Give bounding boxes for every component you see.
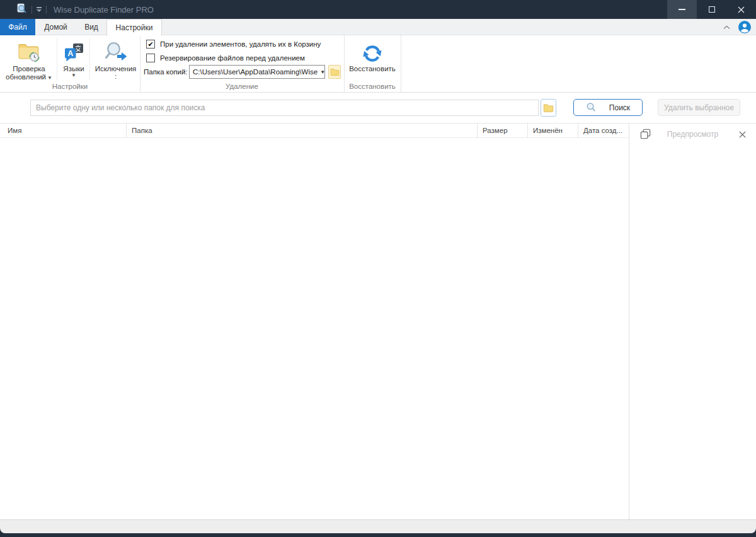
tab-home-label: Домой xyxy=(44,23,67,32)
table-body xyxy=(0,138,629,519)
window-title: Wise Duplicate Finder PRO xyxy=(54,5,154,14)
quick-access-dropdown[interactable] xyxy=(37,7,42,12)
search-row: Поиск Удалить выбранное xyxy=(0,93,756,123)
check-updates-label: Проверка обновлений▼ xyxy=(3,65,55,82)
maximize-button[interactable] xyxy=(697,0,726,19)
window-controls xyxy=(667,0,756,19)
titlebar-separator xyxy=(46,6,47,14)
group-label-restore: Восстановить xyxy=(344,83,401,90)
copies-folder-value: C:\Users\User\AppData\Roaming\Wise xyxy=(193,68,318,76)
backup-checkbox[interactable] xyxy=(146,54,155,62)
close-button[interactable] xyxy=(726,0,756,19)
maximize-icon xyxy=(709,6,715,13)
preview-panel: Предпросмотр xyxy=(629,124,756,520)
restore-button-label: Восстановить xyxy=(349,65,396,73)
column-header-modified[interactable]: Изменён xyxy=(527,124,578,137)
svg-text:A: A xyxy=(67,49,73,58)
user-icon xyxy=(738,21,751,33)
column-header-created[interactable]: Дата созд... xyxy=(578,124,629,137)
minimize-icon xyxy=(679,9,685,10)
update-check-icon xyxy=(18,38,41,63)
tab-settings[interactable]: Настройки xyxy=(106,19,162,36)
restore-button[interactable]: Восстановить xyxy=(345,38,399,73)
tab-settings-label: Настройки xyxy=(116,23,153,32)
tab-view-label: Вид xyxy=(84,23,98,32)
tab-file-label: Файл xyxy=(8,23,27,32)
main-area: Имя Папка Размер Изменён Дата созд... Пр… xyxy=(0,123,756,519)
check-icon: ✔ xyxy=(147,40,153,49)
restore-icon xyxy=(362,38,383,63)
table-header: Имя Папка Размер Изменён Дата созд... xyxy=(0,124,629,138)
folder-icon xyxy=(330,67,340,76)
tab-view[interactable]: Вид xyxy=(76,19,106,35)
browse-copies-folder-button[interactable] xyxy=(328,65,341,79)
account-button[interactable] xyxy=(738,21,751,33)
titlebar-left: Wise Duplicate Finder PRO xyxy=(0,3,154,16)
column-header-name[interactable]: Имя xyxy=(0,124,126,137)
chevron-up-icon xyxy=(723,25,730,30)
check-updates-button[interactable]: Проверка обновлений▼ xyxy=(3,38,55,82)
delete-selected-button[interactable]: Удалить выбранное xyxy=(658,99,740,116)
minimize-button[interactable] xyxy=(667,0,697,19)
copies-folder-combobox[interactable]: C:\Users\User\AppData\Roaming\Wise ▼ xyxy=(189,65,325,79)
column-header-folder[interactable]: Папка xyxy=(126,124,477,137)
titlebar-separator xyxy=(32,6,32,14)
ribbon-tab-row: Файл Домой Вид Настройки xyxy=(0,19,756,35)
copies-folder-row: Папка копий: C:\Users\User\AppData\Roami… xyxy=(144,65,341,79)
backup-checkbox-row[interactable]: Резервирование файлов перед удалением xyxy=(146,54,305,62)
exclusions-button[interactable]: Исключения : xyxy=(91,38,140,80)
folder-icon xyxy=(543,103,554,113)
close-icon xyxy=(737,6,745,14)
button-separator xyxy=(57,38,57,81)
quick-access-bar-icon xyxy=(37,7,42,8)
status-bar xyxy=(0,519,756,533)
dropdown-arrow-icon: ▼ xyxy=(71,73,76,78)
chevron-down-icon: ▼ xyxy=(318,69,325,75)
search-input[interactable] xyxy=(30,100,539,116)
exclusions-icon xyxy=(103,38,128,63)
button-separator xyxy=(89,38,90,81)
tab-home[interactable]: Домой xyxy=(35,19,76,35)
languages-icon: A xyxy=(64,38,84,63)
column-header-size[interactable]: Размер xyxy=(477,124,527,137)
titlebar: Wise Duplicate Finder PRO xyxy=(0,0,756,19)
tabrow-right xyxy=(712,19,756,35)
ribbon-collapse-button[interactable] xyxy=(721,21,732,33)
app-window: Wise Duplicate Finder PRO Файл Домой Вид… xyxy=(0,0,756,537)
tab-file[interactable]: Файл xyxy=(0,19,35,35)
preview-close-button[interactable] xyxy=(736,128,748,141)
languages-button[interactable]: A Языки ▼ xyxy=(58,38,89,78)
folder-picker-button[interactable] xyxy=(541,99,556,117)
dropdown-arrow-icon: ▼ xyxy=(47,75,52,81)
delete-selected-label: Удалить выбранное xyxy=(664,103,734,112)
recycle-checkbox[interactable]: ✔ xyxy=(146,40,155,49)
backup-checkbox-label[interactable]: Резервирование файлов перед удалением xyxy=(160,54,305,62)
search-button-label: Поиск xyxy=(609,103,630,112)
search-button[interactable]: Поиск xyxy=(573,99,643,116)
group-label-deletion: Удаление xyxy=(140,83,344,90)
search-icon xyxy=(586,102,597,113)
chevron-down-icon xyxy=(37,9,42,12)
ribbon: Проверка обновлений▼ A Языки ▼ xyxy=(0,35,756,93)
close-icon xyxy=(738,130,747,139)
exclusions-suffix: : xyxy=(115,73,117,80)
recycle-checkbox-label[interactable]: При удалении элементов, удалять их в Кор… xyxy=(160,40,321,48)
group-separator xyxy=(401,35,401,92)
preview-header: Предпросмотр xyxy=(629,124,756,145)
copies-folder-label: Папка копий: xyxy=(144,68,189,76)
app-icon[interactable] xyxy=(16,3,27,16)
recycle-checkbox-row[interactable]: ✔ При удалении элементов, удалять их в К… xyxy=(146,40,321,49)
group-label-settings: Настройки xyxy=(0,83,140,90)
